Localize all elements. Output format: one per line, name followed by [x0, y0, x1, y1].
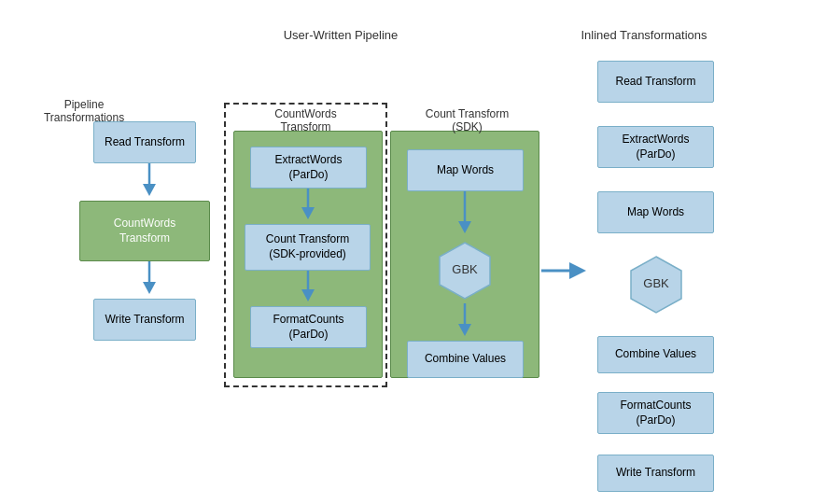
pipeline-transformations-label: PipelineTransformations [28, 98, 140, 124]
inlined-combine-values: Combine Values [597, 336, 714, 373]
inlined-extract-words: ExtractWords(ParDo) [597, 126, 714, 168]
pipeline-countwords-transform: CountWordsTransform [79, 201, 210, 261]
countwords-format-counts: FormatCounts(ParDo) [250, 306, 367, 348]
svg-text:GBK: GBK [452, 262, 478, 276]
inlined-label: Inlined Transformations [560, 28, 728, 42]
inlined-gbk: GBK [623, 252, 689, 317]
user-written-label: User-Written Pipeline [271, 28, 411, 42]
svg-marker-15 [569, 262, 586, 279]
arrow-count-to-format [298, 271, 318, 306]
svg-marker-1 [143, 184, 156, 196]
pipeline-read-transform: Read Transform [93, 121, 196, 163]
diagram-container: User-Written Pipeline Inlined Transforma… [0, 0, 840, 504]
arrow-to-inlined [541, 257, 593, 285]
inlined-format-counts: FormatCounts(ParDo) [597, 392, 714, 434]
svg-text:GBK: GBK [643, 276, 669, 290]
pipeline-write-transform: Write Transform [93, 299, 196, 341]
svg-marker-13 [458, 324, 471, 336]
arrow-mapwords-to-gbk [455, 191, 475, 238]
arrow-gbk-to-combine [455, 303, 475, 341]
count-sdk-map-words: Map Words [407, 149, 524, 191]
count-sdk-label: Count Transform(SDK) [395, 107, 539, 133]
svg-marker-7 [301, 289, 315, 301]
arrow-extract-to-count [298, 189, 318, 224]
svg-marker-9 [458, 221, 471, 233]
countwords-transform-label: CountWordsTransform [238, 107, 373, 133]
inlined-map-words: Map Words [597, 191, 714, 233]
count-sdk-gbk: GBK [432, 238, 497, 303]
inlined-read-transform: Read Transform [597, 61, 714, 103]
inlined-write-transform: Write Transform [597, 455, 714, 492]
arrow-read-to-countwords [139, 163, 160, 201]
countwords-count-transform: Count Transform(SDK-provided) [245, 224, 371, 271]
arrow-countwords-to-write [139, 261, 160, 299]
svg-marker-5 [301, 207, 315, 219]
count-sdk-combine-values: Combine Values [407, 341, 524, 378]
svg-marker-3 [143, 282, 156, 294]
countwords-extract-words: ExtractWords(ParDo) [250, 147, 367, 189]
